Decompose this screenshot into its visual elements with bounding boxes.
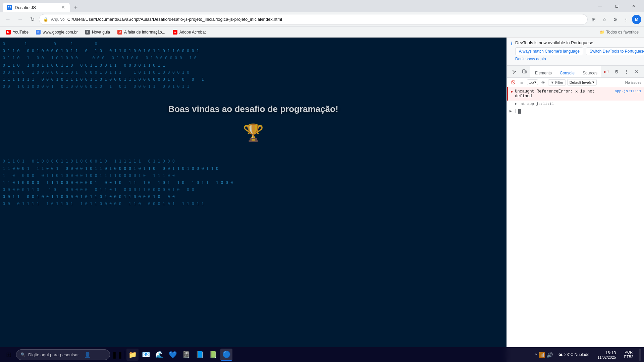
tab-sources[interactable]: Sources xyxy=(579,69,601,77)
bookmark-gmail-label: A falta de informação... xyxy=(124,30,165,35)
forward-button[interactable]: → xyxy=(15,14,25,25)
edge-button[interactable]: 🌊 xyxy=(153,349,165,361)
console-input-line: ▶ | xyxy=(507,107,644,115)
inspect-element-button[interactable] xyxy=(509,67,519,76)
bookmark-gmail[interactable]: M A falta de informação... xyxy=(114,28,169,36)
windows-icon: ⊞ xyxy=(6,351,12,359)
bookmark-acrobat[interactable]: A Adobe Acrobat xyxy=(169,28,209,36)
datetime-display[interactable]: 16:13 11/02/2025 xyxy=(595,349,619,361)
weather-widget[interactable]: 🌥 23°C Nublado xyxy=(556,351,592,358)
filter-icon: ▼ xyxy=(550,80,554,84)
devtools-panel: ℹ DevTools is now available in Portugues… xyxy=(506,38,644,362)
all-bookmarks-label: Todos os favoritos xyxy=(606,30,639,35)
bookmark-acrobat-label: Adobe Acrobat xyxy=(179,30,206,35)
bookmark-google[interactable]: G www.google.com.br xyxy=(33,28,81,36)
acrobat-favicon: A xyxy=(173,30,177,35)
current-time: 16:13 xyxy=(605,350,616,355)
tab-console[interactable]: Console xyxy=(556,69,579,77)
system-tray-icons: ^ 📶 🔊 xyxy=(535,352,553,358)
file-explorer-button[interactable]: 📁 xyxy=(126,349,139,361)
youtube-favicon: ▶ xyxy=(6,30,11,35)
tab-elements[interactable]: Elements xyxy=(531,69,556,77)
onenote-icon: 📓 xyxy=(182,351,191,359)
keyboard-code: PTB2 xyxy=(624,355,633,359)
windows-start-button[interactable]: ⊞ xyxy=(3,349,15,361)
close-window-button[interactable]: ✕ xyxy=(626,1,641,11)
chrome-button[interactable]: 🔵 xyxy=(220,349,232,361)
error-source-link[interactable]: app.js:11:11 xyxy=(615,89,641,93)
active-tab[interactable]: JS Desafio JS ✕ xyxy=(3,3,70,12)
new-tab-button[interactable]: + xyxy=(71,3,80,12)
task-view-icon: ❚❚ xyxy=(112,351,123,359)
search-text: Digite aqui para pesquisar xyxy=(28,352,79,357)
error-count-badge[interactable]: ● 1 xyxy=(602,67,611,76)
excel-icon: 📗 xyxy=(209,351,217,359)
menu-button[interactable]: ⋮ xyxy=(621,15,631,24)
taskbar-search[interactable]: 🔍 Digite aqui para pesquisar 👤 xyxy=(16,349,110,360)
devtools-settings-button[interactable]: ⚙ xyxy=(612,67,621,76)
eye-icon[interactable]: 👁 xyxy=(539,79,547,86)
svg-rect-0 xyxy=(523,70,525,73)
match-language-button[interactable]: Always match Chrome's language xyxy=(515,47,583,55)
binary-background: 0 1 0 1 0 0 1 1 0 0 0 1 0 0 0 0 1 0 1 1 … xyxy=(0,38,506,362)
bookmark-youtube[interactable]: ▶ YouTube xyxy=(3,28,32,36)
show-desktop-button[interactable] xyxy=(639,349,641,361)
current-date: 11/02/2025 xyxy=(597,355,616,359)
back-button[interactable]: ← xyxy=(3,14,13,25)
bookmark-google-label: www.google.com.br xyxy=(43,30,78,35)
file-explorer-icon: 📁 xyxy=(128,351,137,359)
tab-favicon: JS xyxy=(7,5,12,10)
switch-devtools-button[interactable]: Switch DevTools to Portuguese xyxy=(586,47,644,55)
mail-button[interactable]: 📧 xyxy=(140,349,152,361)
device-toolbar-button[interactable] xyxy=(520,67,529,76)
bookmark-youtube-label: YouTube xyxy=(13,30,29,35)
main-content: 0 1 0 1 0 0 1 1 0 0 0 1 0 0 0 0 1 0 1 1 … xyxy=(0,38,644,362)
excel-button[interactable]: 📗 xyxy=(207,349,219,361)
devtools-notification: ℹ DevTools is now available in Portugues… xyxy=(507,38,644,66)
language-indicator[interactable]: POR PTB2 xyxy=(621,349,636,360)
default-levels-dropdown[interactable]: Default levels ▾ xyxy=(567,79,597,85)
console-cursor[interactable] xyxy=(518,109,521,114)
clear-console-button[interactable]: 🚫 xyxy=(509,79,517,86)
reload-button[interactable]: ↻ xyxy=(27,14,38,25)
filter-button[interactable]: ▼ Filter xyxy=(548,79,566,85)
tab-close-button[interactable]: ✕ xyxy=(60,5,66,10)
window-controls: — ◻ ✕ xyxy=(592,1,641,11)
onenote-button[interactable]: 📓 xyxy=(180,349,192,361)
console-stack-trace[interactable]: ▶ at app.js:11:11 xyxy=(507,101,644,107)
close-devtools-button[interactable]: ✕ xyxy=(632,67,641,76)
no-issues-label: No issues xyxy=(625,80,641,84)
minimize-button[interactable]: — xyxy=(592,1,608,11)
svg-rect-1 xyxy=(525,71,526,73)
nav-actions: ⊞ ☆ ⚙ ⋮ M xyxy=(589,15,641,24)
temperature-icon: 🌥 xyxy=(558,352,562,357)
levels-dropdown-icon: ▾ xyxy=(592,80,594,84)
task-view-button[interactable]: ❚❚ xyxy=(111,349,123,361)
search-icon: 🔍 xyxy=(20,352,25,357)
info-icon: ℹ xyxy=(511,41,513,46)
dont-show-again-link[interactable]: Don't show again xyxy=(515,55,644,63)
network-icon[interactable]: 📶 xyxy=(538,352,545,358)
expand-prompt-icon: ▶ xyxy=(509,109,512,114)
extension-button[interactable]: ⚙ xyxy=(610,15,620,24)
all-bookmarks-button[interactable]: 📁 Todos os favoritos xyxy=(597,28,641,36)
address-bar[interactable]: 🔒 Arquivo C:/Users/User/Documents/JavaSc… xyxy=(39,14,588,25)
vscode-button[interactable]: 💙 xyxy=(167,349,179,361)
profile-button[interactable]: M xyxy=(632,15,641,24)
filter-label: Filter xyxy=(555,80,563,84)
word-button[interactable]: 📘 xyxy=(194,349,206,361)
nova-guia-favicon: ⊕ xyxy=(85,30,90,35)
default-levels-label: Default levels xyxy=(570,80,592,84)
volume-icon[interactable]: 🔊 xyxy=(546,352,553,358)
bookmark-button[interactable]: ☆ xyxy=(600,15,609,24)
show-filter-button[interactable]: ☰ xyxy=(518,79,526,86)
maximize-button[interactable]: ◻ xyxy=(609,1,625,11)
translate-button[interactable]: ⊞ xyxy=(589,15,598,24)
webpage: 0 1 0 1 0 0 1 1 0 0 0 1 0 0 0 0 1 0 1 1 … xyxy=(0,38,506,362)
devtools-more-button[interactable]: ⋮ xyxy=(622,67,631,76)
bookmark-nova-guia[interactable]: ⊕ Nova guia xyxy=(82,28,113,36)
notification-title: DevTools is now available in Portuguese! xyxy=(515,40,644,45)
context-selector[interactable]: top ▾ xyxy=(527,79,538,85)
expand-tray-icon[interactable]: ^ xyxy=(535,352,537,357)
error-circle-icon: ● xyxy=(511,89,513,94)
